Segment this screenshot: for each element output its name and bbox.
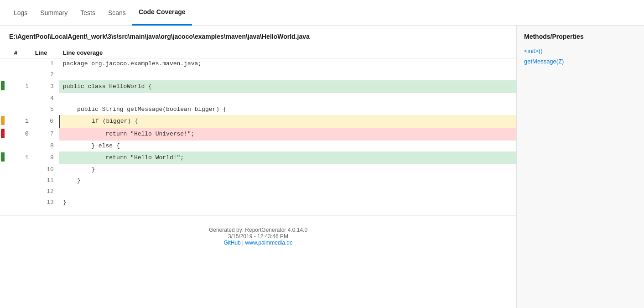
table-row: 10 } (0, 164, 516, 175)
line-indicator (0, 151, 10, 164)
table-row: 19 return "Hello World!"; (0, 151, 516, 164)
hit-count (10, 104, 31, 115)
line-number: 1 (31, 58, 59, 69)
col-header-indicator (0, 47, 10, 58)
code-panel: E:\AgentPool\LocalAgent\_work\3\s\src\ma… (0, 26, 516, 308)
sidebar: Methods/Properties <init>()getMessage(Z) (516, 26, 644, 308)
nav-item-tests[interactable]: Tests (74, 0, 102, 26)
line-number: 2 (31, 69, 59, 80)
code-line: public class HelloWorld { (59, 80, 516, 93)
code-line: return "Hello Universe!"; (59, 128, 516, 141)
line-indicator (0, 115, 10, 128)
line-indicator (0, 141, 10, 151)
line-indicator (0, 186, 10, 197)
table-row: 07 return "Hello Universe!"; (0, 128, 516, 141)
sidebar-method-link[interactable]: getMessage(Z) (524, 58, 637, 65)
line-indicator (0, 175, 10, 186)
nav-item-code-coverage[interactable]: Code Coverage (132, 0, 192, 26)
file-path: E:\AgentPool\LocalAgent\_work\3\s\src\ma… (0, 33, 516, 47)
col-header-line: Line (31, 47, 59, 58)
line-number: 7 (31, 128, 59, 141)
line-indicator (0, 69, 10, 80)
line-indicator (0, 164, 10, 175)
table-row: 4 (0, 93, 516, 104)
code-line (59, 93, 516, 104)
line-number: 4 (31, 93, 59, 104)
line-indicator (0, 93, 10, 104)
code-line: return "Hello World!"; (59, 151, 516, 164)
hit-count: 0 (10, 128, 31, 141)
footer-website-link[interactable]: www.palmmedia.de (245, 240, 293, 246)
hit-count (10, 93, 31, 104)
line-indicator (0, 80, 10, 93)
footer-date: 3/15/2019 - 12:43:46 PM (11, 233, 505, 240)
line-indicator (0, 58, 10, 69)
hit-count (10, 175, 31, 186)
code-line: } else { (59, 141, 516, 151)
line-indicator (0, 197, 10, 208)
line-number: 6 (31, 115, 59, 128)
line-number: 10 (31, 164, 59, 175)
code-line: } (59, 197, 516, 208)
hit-count: 1 (10, 80, 31, 93)
line-indicator (0, 128, 10, 141)
sidebar-title: Methods/Properties (524, 33, 637, 40)
sidebar-method-link[interactable]: <init>() (524, 47, 637, 54)
code-line: public String getMessage(boolean bigger)… (59, 104, 516, 115)
hit-count (10, 186, 31, 197)
nav-item-summary[interactable]: Summary (34, 0, 74, 26)
table-row: 2 (0, 69, 516, 80)
code-line: package org.jacoco.examples.maven.java; (59, 58, 516, 69)
code-line (59, 186, 516, 197)
table-row: 8 } else { (0, 141, 516, 151)
table-row: 16 if (bigger) { (0, 115, 516, 128)
line-number: 8 (31, 141, 59, 151)
code-line: } (59, 164, 516, 175)
line-number: 12 (31, 186, 59, 197)
hit-count (10, 58, 31, 69)
hit-count (10, 141, 31, 151)
code-line: } (59, 175, 516, 186)
hit-count: 1 (10, 151, 31, 164)
footer-github-link[interactable]: GitHub (223, 240, 240, 246)
col-header-hash: # (10, 47, 31, 58)
table-row: 11 } (0, 175, 516, 186)
line-number: 13 (31, 197, 59, 208)
col-header-coverage: Line coverage (59, 47, 516, 58)
line-number: 11 (31, 175, 59, 186)
coverage-table: # Line Line coverage 1package org.jacoco… (0, 47, 516, 208)
footer: Generated by: ReportGenerator 4.0.14.0 3… (0, 215, 516, 257)
main-nav: LogsSummaryTestsScansCode Coverage (0, 0, 644, 26)
table-row: 5 public String getMessage(boolean bigge… (0, 104, 516, 115)
table-row: 12 (0, 186, 516, 197)
nav-item-logs[interactable]: Logs (7, 0, 34, 26)
footer-generated: Generated by: ReportGenerator 4.0.14.0 (11, 227, 505, 233)
hit-count (10, 164, 31, 175)
hit-count (10, 197, 31, 208)
code-line: if (bigger) { (59, 115, 516, 128)
line-number: 9 (31, 151, 59, 164)
hit-count (10, 69, 31, 80)
code-line (59, 69, 516, 80)
line-number: 3 (31, 80, 59, 93)
table-row: 1package org.jacoco.examples.maven.java; (0, 58, 516, 69)
table-row: 13public class HelloWorld { (0, 80, 516, 93)
line-indicator (0, 104, 10, 115)
table-row: 13} (0, 197, 516, 208)
nav-item-scans[interactable]: Scans (102, 0, 132, 26)
hit-count: 1 (10, 115, 31, 128)
line-number: 5 (31, 104, 59, 115)
